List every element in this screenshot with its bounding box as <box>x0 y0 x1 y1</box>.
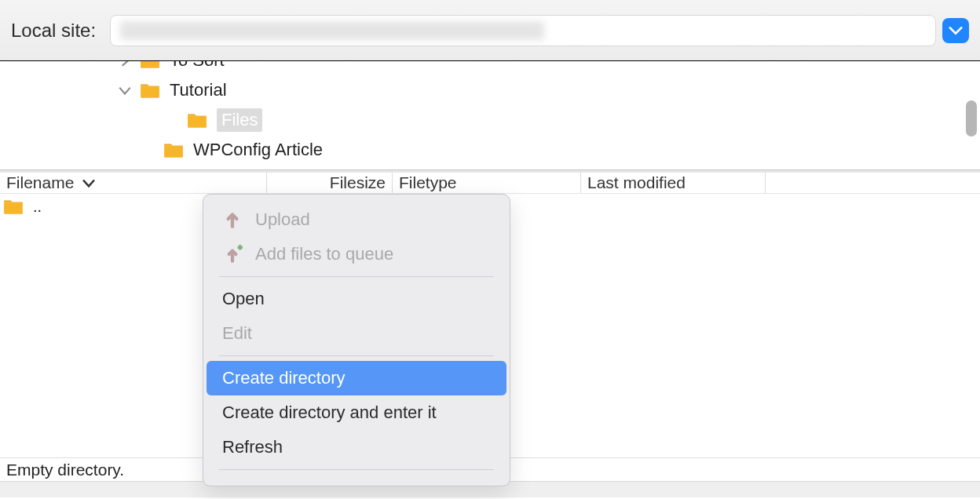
tree-item-label: WPConfig Article <box>193 140 323 160</box>
local-site-bar: Local site: <box>0 0 980 61</box>
tree-item-label: To Sort <box>170 61 225 71</box>
folder-icon <box>140 61 160 69</box>
tree-item-label: Tutorial <box>170 80 227 100</box>
cm-edit: Edit <box>207 316 506 351</box>
sort-desc-icon <box>80 173 97 192</box>
cm-open-label: Open <box>222 289 265 309</box>
context-menu: Upload Add files to queue Open Edit Crea… <box>203 194 510 486</box>
col-filesize-label: Filesize <box>330 173 386 192</box>
upload-plus-icon <box>222 244 243 264</box>
cm-upload-label: Upload <box>255 209 310 230</box>
status-text: Empty directory. <box>6 461 124 479</box>
cm-upload: Upload <box>207 202 506 237</box>
tree-scrollbar[interactable] <box>964 66 978 165</box>
path-dropdown-button[interactable] <box>942 18 969 43</box>
tree-item-tutorial[interactable]: Tutorial <box>0 75 980 105</box>
folder-icon <box>187 111 207 129</box>
folder-icon <box>140 82 160 99</box>
cm-create-directory-enter-label: Create directory and enter it <box>222 402 437 423</box>
tree-item-label: Files <box>217 108 262 132</box>
cm-separator <box>219 469 494 470</box>
chevron-right-icon[interactable] <box>118 61 132 67</box>
folder-icon <box>163 141 184 158</box>
folder-icon <box>3 198 24 215</box>
tree-item-files[interactable]: Files <box>0 105 980 135</box>
file-list-header: Filename Filesize Filetype Last modified <box>0 170 980 194</box>
chevron-down-icon[interactable] <box>118 83 132 97</box>
cm-add-to-queue-label: Add files to queue <box>255 244 393 264</box>
cm-create-directory-enter[interactable]: Create directory and enter it <box>207 395 506 430</box>
cm-create-directory-label: Create directory <box>222 368 346 388</box>
cm-refresh-label: Refresh <box>222 437 283 457</box>
local-path-value-blurred <box>120 21 544 40</box>
cm-refresh[interactable]: Refresh <box>207 430 506 464</box>
col-filename-label: Filename <box>6 173 74 192</box>
folder-tree[interactable]: To SortTutorialFilesWPConfig Article <box>0 61 980 169</box>
col-lastmodified[interactable]: Last modified <box>581 173 766 193</box>
col-filetype-label: Filetype <box>399 173 457 192</box>
cm-open[interactable]: Open <box>207 282 506 316</box>
tree-scrollbar-thumb[interactable] <box>966 100 977 137</box>
col-filetype[interactable]: Filetype <box>393 173 581 193</box>
cm-separator <box>219 355 494 356</box>
col-extra[interactable] <box>766 173 980 193</box>
cm-create-directory[interactable]: Create directory <box>207 361 506 395</box>
tree-item-to-sort[interactable]: To Sort <box>0 61 980 75</box>
tree-item-wpconfig-article[interactable]: WPConfig Article <box>0 135 980 165</box>
local-path-input[interactable] <box>110 15 936 46</box>
cm-add-to-queue: Add files to queue <box>207 237 506 271</box>
chevron-down-icon <box>949 26 963 35</box>
cm-edit-label: Edit <box>222 323 252 344</box>
col-lastmodified-label: Last modified <box>587 173 686 192</box>
local-site-label: Local site: <box>11 20 96 42</box>
cm-separator <box>219 276 494 277</box>
file-name: .. <box>33 198 42 216</box>
col-filesize[interactable]: Filesize <box>267 173 393 193</box>
